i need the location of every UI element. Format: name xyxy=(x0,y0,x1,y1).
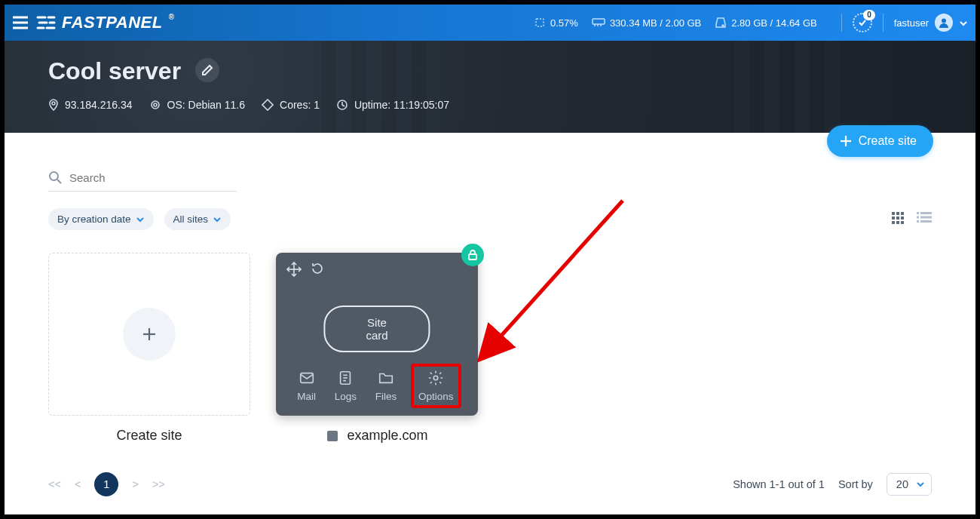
sortby-label: Sort by xyxy=(838,478,873,490)
separator xyxy=(883,14,884,32)
cpu-stat[interactable]: 0.57% xyxy=(534,17,578,29)
svg-rect-29 xyxy=(896,217,899,220)
content: By creation date All sites Create site xyxy=(5,133,975,514)
cpu-value: 0.57% xyxy=(550,17,578,29)
server-uptime: Uptime: 11:19:05:07 xyxy=(336,99,449,111)
page-last[interactable]: >> xyxy=(152,478,165,490)
svg-rect-33 xyxy=(901,221,904,224)
svg-point-14 xyxy=(722,25,724,26)
folder-icon xyxy=(378,370,394,386)
search-box[interactable] xyxy=(48,170,237,185)
plus-circle xyxy=(123,308,176,361)
brand-logo[interactable]: FASTPANEL ® xyxy=(36,13,175,32)
server-ip: 93.184.216.34 xyxy=(48,99,133,111)
username: fastuser xyxy=(894,17,929,29)
svg-rect-26 xyxy=(896,212,899,215)
logo-icon xyxy=(36,15,56,30)
image-icon xyxy=(326,429,339,443)
svg-rect-34 xyxy=(917,212,919,214)
move-site-button[interactable] xyxy=(286,262,302,280)
svg-point-50 xyxy=(330,433,332,435)
chevron-down-icon xyxy=(136,217,145,223)
create-site-label: Create site xyxy=(859,134,917,148)
create-site-card[interactable]: Create site xyxy=(48,253,250,444)
list-icon xyxy=(917,211,932,223)
footer: << < 1 > >> Shown 1-1 out of 1 Sort by 2… xyxy=(48,472,932,496)
search-input[interactable] xyxy=(69,171,237,184)
chevron-down-icon xyxy=(213,217,222,223)
edit-title-button[interactable] xyxy=(195,58,219,82)
disk-value: 2.80 GB / 14.64 GB xyxy=(731,17,816,29)
shown-label: Shown 1-1 out of 1 xyxy=(733,478,825,490)
sort-filter[interactable]: By creation date xyxy=(48,208,154,230)
lock-icon xyxy=(467,249,479,261)
gear-icon xyxy=(427,370,444,386)
site-card: Site card Mail Logs Files xyxy=(276,253,478,444)
svg-point-15 xyxy=(942,19,946,23)
restart-site-button[interactable] xyxy=(311,262,324,280)
avatar xyxy=(935,14,953,32)
topbar: FASTPANEL ® 0.57% 330.34 MB / 2.00 GB 2.… xyxy=(5,5,975,41)
grid-view-button[interactable] xyxy=(891,211,905,228)
mail-action[interactable]: Mail xyxy=(292,367,320,408)
mail-icon xyxy=(299,370,315,386)
page-size-value: 20 xyxy=(896,478,908,490)
ssl-badge[interactable] xyxy=(461,244,484,266)
page-size-select[interactable]: 20 xyxy=(887,473,932,496)
disk-stat[interactable]: 2.80 GB / 14.64 GB xyxy=(715,17,816,29)
svg-rect-27 xyxy=(901,212,904,215)
options-action[interactable]: Options xyxy=(411,364,461,408)
ip-value: 93.184.216.34 xyxy=(65,99,133,111)
options-label: Options xyxy=(418,391,454,402)
plus-icon xyxy=(141,326,158,342)
svg-rect-42 xyxy=(469,254,476,260)
site-domain: example.com xyxy=(347,428,427,444)
user-menu[interactable]: fastuser xyxy=(894,14,968,32)
svg-point-48 xyxy=(434,376,439,380)
page-next[interactable]: > xyxy=(132,478,138,490)
svg-rect-35 xyxy=(920,212,932,214)
chevron-down-icon xyxy=(959,17,968,29)
menu-button[interactable] xyxy=(5,16,36,29)
page-current[interactable]: 1 xyxy=(94,472,118,496)
scope-filter[interactable]: All sites xyxy=(164,208,231,230)
search-icon xyxy=(48,170,62,184)
server-cores: Cores: 1 xyxy=(262,99,320,111)
logs-label: Logs xyxy=(335,391,357,402)
tasks-count: 0 xyxy=(863,10,875,20)
list-view-button[interactable] xyxy=(917,211,932,228)
clock-icon xyxy=(336,99,348,111)
person-icon xyxy=(939,17,949,28)
pagination: << < 1 > >> xyxy=(48,472,165,496)
svg-rect-37 xyxy=(920,216,932,218)
logs-action[interactable]: Logs xyxy=(330,367,361,408)
separator xyxy=(841,14,842,32)
create-site-button[interactable]: Create site xyxy=(827,125,933,157)
ram-stat[interactable]: 330.34 MB / 2.00 GB xyxy=(592,17,701,29)
svg-rect-32 xyxy=(896,221,899,224)
server-header: Cool server 93.184.216.34 OS: Debian 11.… xyxy=(5,41,975,133)
sort-filter-label: By creation date xyxy=(57,213,131,225)
svg-rect-25 xyxy=(892,212,895,215)
tasks-button[interactable]: 0 xyxy=(853,13,872,32)
files-action[interactable]: Files xyxy=(371,367,402,408)
logs-icon xyxy=(337,370,354,386)
ram-icon xyxy=(592,18,605,27)
create-card-caption: Create site xyxy=(48,428,250,444)
cores-value: Cores: 1 xyxy=(280,99,320,111)
svg-line-24 xyxy=(57,180,61,183)
chevron-down-icon xyxy=(916,481,925,487)
svg-point-18 xyxy=(154,103,157,106)
scope-filter-label: All sites xyxy=(173,213,209,225)
grid-icon xyxy=(891,211,905,225)
svg-rect-10 xyxy=(593,19,605,24)
page-first[interactable]: << xyxy=(48,478,61,490)
pencil-icon xyxy=(201,64,213,76)
server-title: Cool server xyxy=(48,57,181,85)
site-card-button[interactable]: Site card xyxy=(323,306,430,352)
svg-rect-36 xyxy=(917,216,919,218)
page-prev[interactable]: < xyxy=(75,478,81,490)
svg-point-16 xyxy=(52,102,55,105)
svg-rect-28 xyxy=(892,217,895,220)
files-label: Files xyxy=(375,391,397,402)
